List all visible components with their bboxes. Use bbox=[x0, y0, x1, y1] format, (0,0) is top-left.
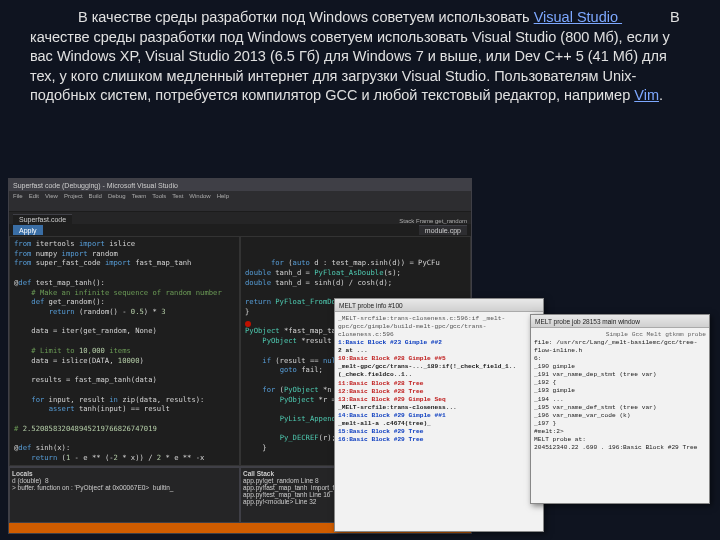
melt1-row: 11:Basic Block #28 Tree bbox=[338, 380, 540, 388]
editor-left[interactable]: from itertools import islice from numpy … bbox=[9, 236, 240, 466]
menu-tools[interactable]: Tools bbox=[152, 193, 166, 199]
melt1-row: 1:Basic Block #23 Gimple ##2 bbox=[338, 339, 540, 347]
apply-button[interactable]: Apply bbox=[13, 225, 43, 235]
locals-panel: Locals d (double) 8 > buffer. function o… bbox=[9, 467, 240, 523]
melt2-row: _197 } bbox=[534, 420, 706, 428]
menu-project[interactable]: Project bbox=[64, 193, 83, 199]
melt1-row: 15:Basic Block #29 Tree bbox=[338, 428, 540, 436]
melt1-titlebar: MELT probe info #100 bbox=[335, 299, 543, 312]
error-breakpoint-icon bbox=[245, 321, 251, 327]
melt2-row: #melt:2> bbox=[534, 428, 706, 436]
melt2-row: _191 var_name_dep_stmt (tree var) bbox=[534, 371, 706, 379]
melt1-row: 16:Basic Block #29 Tree bbox=[338, 436, 540, 444]
vs-apply-bar: Apply module.cpp bbox=[9, 224, 471, 236]
melt2-row: 204512340.22 .690 . 196:Basic Block #29 … bbox=[534, 444, 706, 452]
melt2-row: file: /usr/src/Lang/_melt-basilemc/gcc/t… bbox=[534, 339, 706, 355]
melt2-row: _195 var_name_def_stmt (tree var) bbox=[534, 404, 706, 412]
screenshots-area: Superfast code (Debugging) - Microsoft V… bbox=[8, 178, 712, 534]
melt2-row: _194 ... bbox=[534, 396, 706, 404]
menu-debug[interactable]: Debug bbox=[108, 193, 126, 199]
menu-edit[interactable]: Edit bbox=[29, 193, 39, 199]
link-vim[interactable]: Vim bbox=[634, 87, 659, 103]
slide-paragraph: В качестве среды разработки под Windows … bbox=[0, 0, 720, 106]
melt2-row: _190 gimple bbox=[534, 363, 706, 371]
melt1-row: 13:Basic Block #29 Gimple Seq bbox=[338, 396, 540, 404]
melt1-header: _MELT-srcfile:trans-closeness.c:596:if _… bbox=[338, 315, 540, 339]
melt1-body: _MELT-srcfile:trans-closeness.c:596:if _… bbox=[335, 312, 543, 447]
melt2-row: MELT probe at: bbox=[534, 436, 706, 444]
melt2-body: Simple Gcc Melt gtkmm probe file: /usr/s… bbox=[531, 328, 709, 455]
menu-window[interactable]: Window bbox=[189, 193, 210, 199]
menu-help[interactable]: Help bbox=[217, 193, 229, 199]
melt1-row: _melt-all-a .c4674(tree)_ bbox=[338, 420, 540, 428]
menu-build[interactable]: Build bbox=[89, 193, 102, 199]
sentence-1a: В качестве среды разработки под Windows … bbox=[78, 9, 534, 25]
melt2-subtitle: Simple Gcc Melt gtkmm probe bbox=[534, 331, 706, 339]
melt1-row: 2 at ... bbox=[338, 347, 540, 355]
vs-menubar: FileEditViewProjectBuildDebugTeamToolsTe… bbox=[9, 191, 471, 201]
menu-view[interactable]: View bbox=[45, 193, 58, 199]
menu-test[interactable]: Test bbox=[172, 193, 183, 199]
melt2-titlebar: MELT probe job 28153 main window bbox=[531, 315, 709, 328]
melt2-row: _193 gimple bbox=[534, 387, 706, 395]
melt2-row: _192 { bbox=[534, 379, 706, 387]
melt-probe-window-2: MELT probe job 28153 main window Simple … bbox=[530, 314, 710, 504]
melt2-row: 6: bbox=[534, 355, 706, 363]
melt2-row: _196 var_name_var_code (k) bbox=[534, 412, 706, 420]
melt1-row: 12:Basic Block #28 Tree bbox=[338, 388, 540, 396]
melt1-row: 14:Basic Block #29 Gimple ##1 bbox=[338, 412, 540, 420]
melt1-row: _melt-gpc/gcc/trans-..._189:if(!_check_f… bbox=[338, 363, 540, 379]
menu-file[interactable]: File bbox=[13, 193, 23, 199]
tab-right[interactable]: module.cpp bbox=[419, 225, 467, 235]
melt1-row: _MELT-srcfile:trans-closeness... bbox=[338, 404, 540, 412]
tab-left[interactable]: Superfast.code bbox=[13, 214, 72, 224]
menu-team[interactable]: Team bbox=[132, 193, 147, 199]
vs-tabs: Superfast.code Stack Frame get_random bbox=[9, 212, 471, 224]
link-visual-studio[interactable]: Visual Studio bbox=[534, 9, 622, 25]
vs-toolbar bbox=[9, 201, 471, 212]
melt1-row: 10:Basic Block #28 Gimple ##5 bbox=[338, 355, 540, 363]
sentence-1c: . bbox=[659, 87, 663, 103]
vs-titlebar: Superfast code (Debugging) - Microsoft V… bbox=[9, 179, 471, 191]
melt-probe-window-1: MELT probe info #100 _MELT-srcfile:trans… bbox=[334, 298, 544, 532]
